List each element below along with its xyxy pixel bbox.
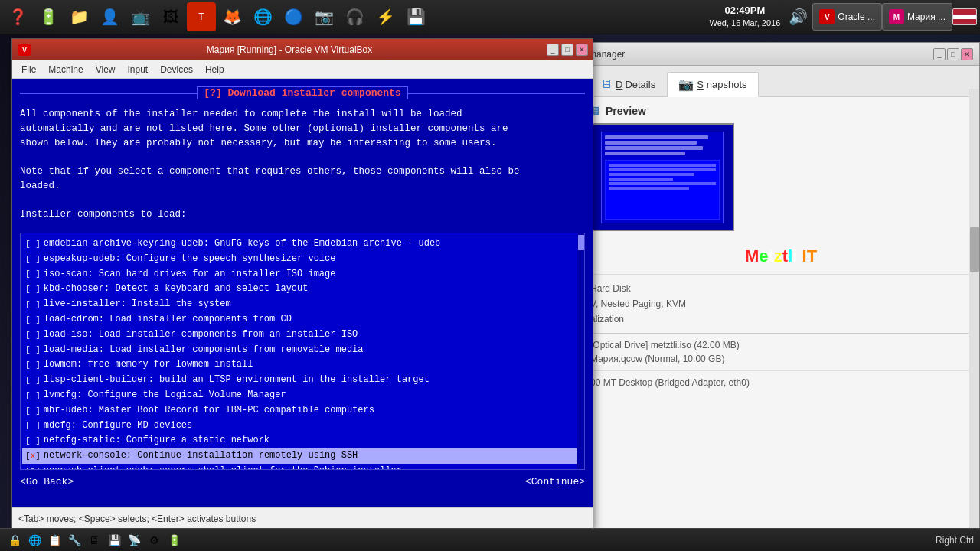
vm-vbox-icon: V xyxy=(18,44,31,56)
speaker-icon[interactable]: 🔊 xyxy=(783,2,812,31)
help-icon[interactable]: ❓ xyxy=(3,2,32,31)
list-item-3[interactable]: [ ] kbd-chooser: Detect a keyboard and s… xyxy=(22,282,583,297)
info-section: Hard Disk V, Nested Paging, KVM alizatio… xyxy=(583,274,979,333)
maria-taskbar-btn[interactable]: М Мария ... xyxy=(882,3,952,31)
maria-btn-label: Мария ... xyxy=(907,11,946,22)
list-item-4[interactable]: [ ] live-installer: Install the system xyxy=(22,297,583,312)
bottom-icon-monitor[interactable]: 🖥 xyxy=(86,532,103,549)
vm-statusbar: <Tab> moves; <Space> selects; <Enter> ac… xyxy=(12,507,593,529)
preview-label: Preview xyxy=(606,105,646,117)
right-ctrl-label: Right Ctrl xyxy=(936,535,974,546)
menu-view[interactable]: View xyxy=(90,62,122,77)
vm-maximize-btn[interactable]: □ xyxy=(561,44,573,56)
menu-help[interactable]: Help xyxy=(199,62,230,77)
maria-icon: М xyxy=(889,9,904,24)
installer-footer: <Go Back> <Continue> xyxy=(20,476,585,487)
details-tab[interactable]: 🖥 DDetails xyxy=(589,72,667,96)
list-item-12[interactable]: [ ] mdcfg: Configure MD devices xyxy=(22,419,583,434)
item-label-10: lvmcfg: Configure the Logical Volume Man… xyxy=(44,388,286,403)
installer-screen[interactable]: [?] Download installer components All co… xyxy=(12,79,593,507)
vm-minimize-btn[interactable]: _ xyxy=(547,44,559,56)
details-icon: 🖥 xyxy=(600,77,612,91)
vbox-manager-close-btn[interactable]: ✕ xyxy=(961,48,973,60)
camera-icon[interactable]: 📷 xyxy=(309,2,338,31)
scrollbar-thumb[interactable] xyxy=(970,227,979,272)
logo-area: Metztli IT xyxy=(583,239,979,274)
list-item-5[interactable]: [ ] load-cdrom: Load installer component… xyxy=(22,312,583,328)
snapshots-tab[interactable]: 📷 Snapshots xyxy=(667,72,758,97)
details-tab-label-rest: Details xyxy=(625,79,655,90)
bottom-icon-settings[interactable]: ⚙ xyxy=(145,532,162,549)
preview-screen-line-3 xyxy=(609,173,694,176)
vbox-manager-title: manager xyxy=(589,49,625,60)
speedometer-icon[interactable]: ⚡ xyxy=(371,2,400,31)
nested-paging-info: V, Nested Paging, KVM xyxy=(590,296,972,311)
list-item-9[interactable]: [ ] ltsp-client-builder: build an LTSP e… xyxy=(22,373,583,388)
list-item-15[interactable]: [*] openssh-client-udeb: secure shell cl… xyxy=(22,464,583,470)
checkbox-14-selected: [X] xyxy=(25,449,41,463)
item-label-4: live-installer: Install the system xyxy=(44,297,231,312)
storage-icon[interactable]: 💾 xyxy=(401,2,430,31)
list-item-14[interactable]: [X] network-console: Continue installati… xyxy=(22,448,583,464)
checkbox-7: [ ] xyxy=(25,343,41,357)
avatar-icon[interactable]: 👤 xyxy=(95,2,124,31)
list-item-8[interactable]: [ ] lowmem: free memory for lowmem insta… xyxy=(22,357,583,373)
vbox-manager-minimize-btn[interactable]: _ xyxy=(933,48,946,60)
desc-line-1: All components of the installer needed t… xyxy=(20,107,585,122)
preview-screen-line-2 xyxy=(609,168,716,171)
continue-btn[interactable]: <Continue> xyxy=(525,476,585,487)
vbox-taskbar-btn[interactable]: V Oracle ... xyxy=(812,3,882,31)
list-item-7[interactable]: [ ] load-media: Load installer component… xyxy=(22,343,583,358)
language-flag[interactable] xyxy=(952,8,977,25)
preview-title: 🖥 Preview xyxy=(590,105,972,117)
vm-close-btn[interactable]: ✕ xyxy=(576,44,588,56)
clock-time: 02:49PM xyxy=(725,5,766,18)
files-icon[interactable]: 📁 xyxy=(64,2,93,31)
item-label-8: lowmem: free memory for lowmem install xyxy=(44,357,253,373)
list-item-13[interactable]: [ ] netcfg-static: Configure a static ne… xyxy=(22,433,583,448)
bottom-icon-net2[interactable]: 📡 xyxy=(126,532,142,549)
bottom-icon-lock[interactable]: 🔒 xyxy=(6,532,23,549)
list-item-0[interactable]: [ ] emdebian-archive-keyring-udeb: GnuFG… xyxy=(22,236,583,252)
installer-title: [?] Download installer components xyxy=(197,86,407,99)
go-back-btn[interactable]: <Go Back> xyxy=(20,476,74,487)
firefox-icon[interactable]: 🦊 xyxy=(217,2,247,31)
menu-devices[interactable]: Devices xyxy=(154,62,199,77)
list-scrollbar[interactable] xyxy=(577,233,584,469)
menu-input[interactable]: Input xyxy=(122,62,155,77)
item-label-15: openssh-client-udeb: secure shell client… xyxy=(44,464,402,470)
menu-file[interactable]: File xyxy=(15,62,42,77)
bottom-icon-net1[interactable]: 🌐 xyxy=(26,532,43,549)
virtualization-label: alization xyxy=(590,314,624,324)
optical-drive-info: [Optical Drive] metztli.iso (42.00 MB) xyxy=(590,340,972,350)
list-scroll-thumb[interactable] xyxy=(578,235,584,250)
checkbox-3: [ ] xyxy=(25,282,41,296)
taskbar-app2-icon[interactable]: 🖼 xyxy=(156,2,185,31)
app4-icon[interactable]: 🔵 xyxy=(279,2,308,31)
network-info: 00 MT Desktop (Bridged Adapter, eth0) xyxy=(590,377,972,388)
right-panel-scrollbar[interactable] xyxy=(969,89,979,550)
list-item-2[interactable]: [ ] iso-scan: Scan hard drives for an in… xyxy=(22,267,583,282)
checkbox-2: [ ] xyxy=(25,267,41,281)
chromium-icon[interactable]: 🌐 xyxy=(248,2,277,31)
vbox-manager-maximize-btn[interactable]: □ xyxy=(947,48,959,60)
bottom-icon-disk[interactable]: 💾 xyxy=(106,532,122,549)
bottom-icon-copy[interactable]: 📋 xyxy=(46,532,63,549)
item-label-0: emdebian-archive-keyring-udeb: GnuFG key… xyxy=(44,236,440,252)
battery-icon[interactable]: 🔋 xyxy=(34,2,63,31)
list-item-1[interactable]: [ ] espeakup-udeb: Configure the speech … xyxy=(22,252,583,267)
menu-machine[interactable]: Machine xyxy=(42,62,89,77)
taskbar-app3-icon[interactable]: T xyxy=(187,2,216,31)
taskbar-app1-icon[interactable]: 📺 xyxy=(126,2,155,31)
bottom-icon-battery[interactable]: 🔋 xyxy=(165,532,182,549)
list-item-10[interactable]: [ ] lvmcfg: Configure the Logical Volume… xyxy=(22,388,583,403)
hard-disk-info: Hard Disk xyxy=(590,281,972,296)
bottom-icon-wrench[interactable]: 🔧 xyxy=(66,532,83,549)
optical-drive-section: [Optical Drive] metztli.iso (42.00 MB) М… xyxy=(590,333,972,370)
installer-component-list[interactable]: [ ] emdebian-archive-keyring-udeb: GnuFG… xyxy=(20,233,585,470)
headphones-icon[interactable]: 🎧 xyxy=(340,2,369,31)
list-item-6[interactable]: [ ] load-iso: Load installer components … xyxy=(22,328,583,343)
list-item-11[interactable]: [ ] mbr-udeb: Master Boot Record for IBM… xyxy=(22,403,583,419)
checkbox-5: [ ] xyxy=(25,313,41,327)
checkbox-12: [ ] xyxy=(25,419,41,432)
